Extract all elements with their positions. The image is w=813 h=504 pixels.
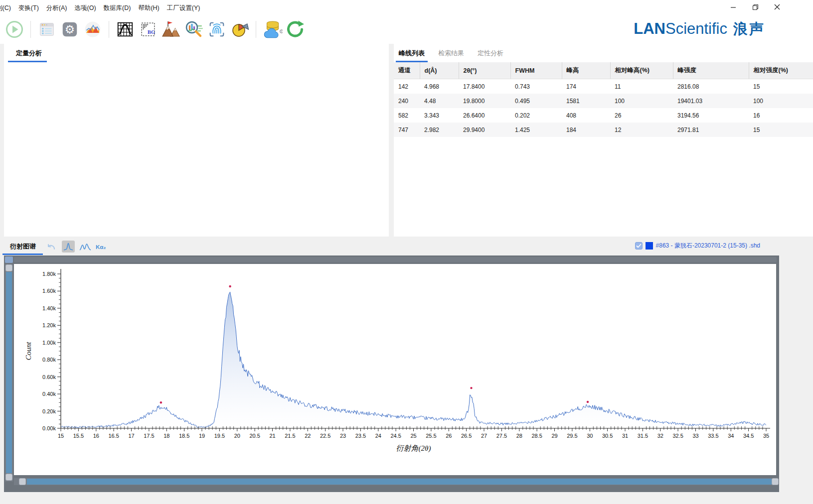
database-sync-icon[interactable]: ⚙ (261, 18, 284, 41)
peak-row[interactable]: 5823.34326.64000.202408263194.5616 (394, 108, 813, 123)
menu-item-3[interactable]: 选项(O) (75, 4, 96, 12)
menu-item-0[interactable]: 制(C) (0, 4, 11, 12)
peak-panel: 峰线列表检索结果定性分析 通道d(Å)2θ(°)FWHM峰高相对峰高(%)峰强度… (394, 44, 813, 237)
single-peak-icon[interactable] (62, 241, 75, 252)
svg-text:Count: Count (24, 342, 32, 361)
brand-scientific: Scientific (665, 20, 727, 37)
settings-icon[interactable]: ⚙ (58, 18, 81, 41)
svg-text:1.40k: 1.40k (42, 305, 56, 311)
menu-item-6[interactable]: 工厂设置(Y) (167, 4, 200, 12)
peak-cell: 16 (749, 108, 813, 123)
svg-text:23.5: 23.5 (355, 433, 366, 439)
legend-checkbox[interactable] (635, 242, 643, 250)
svg-text:衍射角(2θ): 衍射角(2θ) (396, 444, 431, 453)
peak-cell: 15 (749, 79, 813, 94)
chart-left-slider-fill[interactable] (6, 272, 12, 473)
menu-bar: 制(C)变换(T)分析(A)选项(O)数据库(D)帮助(H)工厂设置(Y) (0, 0, 813, 15)
peak-cell: 2816.08 (673, 79, 749, 94)
peak-table: 通道d(Å)2θ(°)FWHM峰高相对峰高(%)峰强度相对强度(%) 1424.… (394, 62, 813, 137)
column-header-4[interactable]: 峰高 (562, 62, 610, 79)
column-header-6[interactable]: 峰强度 (673, 62, 749, 79)
search-match-icon[interactable] (182, 18, 205, 41)
column-header-2[interactable]: 2θ(°) (459, 62, 510, 79)
diffraction-chart[interactable]: 1515.51616.51717.51818.51919.52020.52121… (14, 264, 776, 475)
peak-row[interactable]: 2404.4819.80000.495158110019401.03100 (394, 94, 813, 108)
play-icon[interactable] (3, 18, 26, 41)
toolbar-separator (256, 21, 256, 38)
svg-text:15.5: 15.5 (73, 433, 84, 439)
fingerprint-icon[interactable] (205, 18, 228, 41)
peak-cell: 100 (610, 94, 673, 108)
peak-cell: 26 (610, 108, 673, 123)
peak-cell: 29.9400 (459, 123, 510, 137)
peak-cell: 2.982 (420, 123, 459, 137)
svg-text:15: 15 (58, 433, 64, 439)
peak-cell: 240 (394, 94, 420, 108)
svg-text:28: 28 (516, 433, 522, 439)
quantitative-panel-body (4, 62, 389, 237)
svg-text:33.5: 33.5 (708, 433, 718, 439)
chart-frame: 1515.51616.51717.51818.51919.52020.52121… (4, 255, 779, 492)
report-icon[interactable] (35, 18, 58, 41)
svg-text:16.5: 16.5 (108, 433, 119, 439)
minimize-icon[interactable] (728, 2, 738, 11)
pie-chart-icon[interactable] (228, 18, 251, 41)
brand-logo: LANScientific浪声 (634, 19, 765, 39)
menu-item-1[interactable]: 变换(T) (18, 4, 39, 12)
peak-cell: 17.8400 (459, 79, 510, 94)
spectrum-icon[interactable] (81, 18, 104, 41)
peak-cell: 1581 (562, 94, 610, 108)
tab-quantitative-analysis[interactable]: 定量分析 (16, 44, 42, 62)
svg-text:0.60k: 0.60k (42, 374, 56, 380)
svg-text:0.40k: 0.40k (42, 391, 56, 397)
svg-text:30.5: 30.5 (602, 433, 613, 439)
chart-left-slider-bottom-handle[interactable] (5, 474, 12, 481)
undo-icon[interactable] (45, 241, 58, 252)
peak-row[interactable]: 1424.96817.84000.743174112816.0815 (394, 79, 813, 94)
peak-row[interactable]: 7472.98229.94001.425184122971.8115 (394, 123, 813, 137)
diffraction-chart-svg[interactable]: 1515.51616.51717.51818.51919.52020.52121… (14, 264, 776, 475)
tab-peak-list[interactable]: 峰线列表 (399, 44, 425, 62)
peak-cell: 0.743 (510, 79, 562, 94)
tab-search-results[interactable]: 检索结果 (438, 44, 464, 62)
peak-cell: 1.425 (510, 123, 562, 137)
refresh-icon[interactable] (284, 18, 307, 41)
svg-text:⚙: ⚙ (279, 28, 283, 35)
chart-left-slider-top-handle[interactable] (5, 264, 12, 271)
chart-bottom-slider-left-handle[interactable] (19, 478, 26, 485)
grid-curve-icon[interactable] (114, 18, 137, 41)
window-controls (728, 2, 782, 11)
tab-diffraction-pattern[interactable]: 衍射图谱 (10, 239, 36, 254)
column-header-5[interactable]: 相对峰高(%) (610, 62, 673, 79)
column-header-3[interactable]: FWHM (510, 62, 562, 79)
column-header-7[interactable]: 相对强度(%) (749, 62, 813, 79)
peak-table-header-row: 通道d(Å)2θ(°)FWHM峰高相对峰高(%)峰强度相对强度(%) (394, 62, 813, 79)
peak-cell: 0.202 (510, 108, 562, 123)
menu-item-2[interactable]: 分析(A) (46, 4, 67, 12)
chart-top-slider-track[interactable] (14, 257, 777, 262)
peak-cell: 3.343 (420, 108, 459, 123)
column-header-0[interactable]: 通道 (394, 62, 420, 79)
svg-text:21.5: 21.5 (285, 433, 295, 439)
chart-top-slider-handle[interactable] (5, 256, 13, 263)
column-header-1[interactable]: d(Å) (420, 62, 459, 79)
svg-text:34: 34 (728, 433, 734, 439)
menu-item-5[interactable]: 帮助(H) (138, 4, 159, 12)
maximize-icon[interactable] (750, 2, 760, 11)
tab-qualitative-analysis[interactable]: 定性分析 (478, 44, 503, 62)
close-icon[interactable] (772, 2, 782, 11)
chart-bottom-slider-fill[interactable] (27, 479, 772, 485)
svg-text:BG: BG (148, 29, 155, 35)
menu-item-4[interactable]: 数据库(D) (104, 4, 131, 12)
ka2-toggle[interactable]: Kα₂ (96, 243, 106, 250)
peak-search-icon[interactable] (160, 18, 182, 41)
bg-subtract-icon[interactable]: BG (137, 18, 160, 41)
chart-bottom-slider-right-handle[interactable] (772, 478, 779, 485)
double-peak-icon[interactable] (79, 241, 92, 252)
svg-text:28.5: 28.5 (531, 433, 542, 439)
legend-color-swatch (646, 242, 653, 250)
svg-text:0.80k: 0.80k (42, 357, 56, 363)
chart-mini-toolbar: Kα₂ (45, 241, 106, 252)
svg-text:1.60k: 1.60k (42, 288, 56, 294)
svg-text:0.20k: 0.20k (42, 408, 56, 414)
